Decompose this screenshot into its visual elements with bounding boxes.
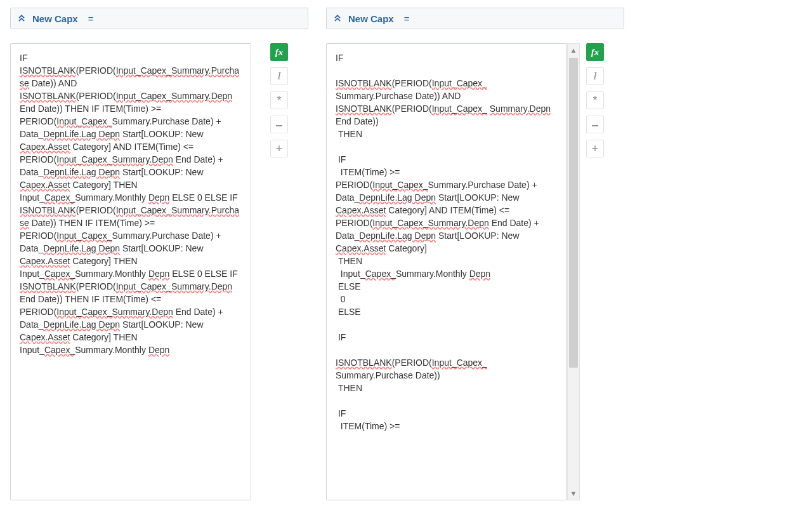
equals-label: = — [404, 13, 410, 24]
panel-title: New Capx — [32, 13, 78, 24]
star-button[interactable]: * — [586, 91, 604, 109]
editor-toolbar: fx I * – + — [270, 43, 289, 157]
scroll-thumb[interactable] — [569, 58, 578, 368]
collapse-icon[interactable] — [17, 14, 26, 23]
minus-button[interactable]: – — [270, 116, 288, 133]
plus-button[interactable]: + — [270, 140, 288, 157]
panel-header[interactable]: New Capx = — [10, 8, 308, 29]
scroll-up-icon[interactable]: ▲ — [568, 44, 579, 57]
minus-button[interactable]: – — [586, 116, 604, 133]
scrollbar[interactable]: ▲ ▼ — [567, 43, 580, 500]
formula-editor-unformatted[interactable]: IF ISNOTBLANK(PERIOD(Input_Capex_Summary… — [10, 43, 251, 500]
plus-button[interactable]: + — [586, 140, 604, 157]
formula-editor-formatted[interactable]: IF ISNOTBLANK(PERIOD(Input_Capex_ Summar… — [326, 43, 567, 500]
fx-button[interactable]: fx — [586, 43, 604, 61]
italic-button[interactable]: I — [270, 67, 288, 85]
collapse-icon[interactable] — [333, 14, 342, 23]
formula-panel-unformatted: New Capx = IF ISNOTBLANK(PERIOD(Input_Ca… — [10, 8, 308, 500]
formula-panel-formatted: New Capx = IF ISNOTBLANK(PERIOD(Input_Ca… — [326, 8, 624, 500]
equals-label: = — [88, 13, 94, 24]
panel-header[interactable]: New Capx = — [326, 8, 624, 29]
italic-button[interactable]: I — [586, 67, 604, 85]
scroll-down-icon[interactable]: ▼ — [568, 487, 579, 500]
star-button[interactable]: * — [270, 91, 288, 109]
panel-title: New Capx — [348, 13, 394, 24]
editor-toolbar: fx I * – + — [586, 43, 605, 157]
fx-button[interactable]: fx — [270, 43, 288, 61]
